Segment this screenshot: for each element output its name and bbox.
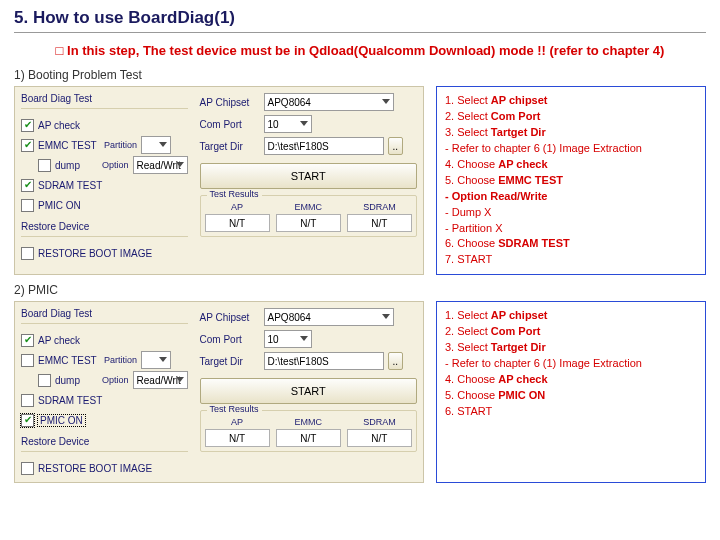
res-sdram-head: SDRAM [347,202,412,212]
dump-checkbox-2[interactable] [38,374,51,387]
emmc-label: EMMC TEST [38,140,100,151]
res-ap-head-2: AP [205,417,270,427]
pmic-label: PMIC ON [38,200,81,211]
results-title-2: Test Results [207,404,262,414]
start-button[interactable]: START [200,163,417,189]
comport-select[interactable]: 10 [264,115,312,133]
option-select-2[interactable]: Read/Writ [133,371,188,389]
ap-chipset-value-2: APQ8064 [268,312,311,323]
partition-select[interactable] [141,136,171,154]
ap-check-checkbox[interactable] [21,119,34,132]
page-title: 5. How to use BoardDiag(1) [14,8,706,33]
comport-label: Com Port [200,119,260,130]
sdram-checkbox-2[interactable] [21,394,34,407]
ap-check-checkbox-2[interactable] [21,334,34,347]
test-results-group: Test Results AP N/T EMMC N/T SDRAM N/T [200,195,417,237]
res-emmc-head: EMMC [276,202,341,212]
ap-chipset-label-2: AP Chipset [200,312,260,323]
target-label-2: Target Dir [200,356,260,367]
restore-label-2: RESTORE BOOT IMAGE [38,463,152,474]
warning-text: □ In this step, The test device must be … [14,43,706,58]
group-board-diag: Board Diag Test [21,93,188,104]
browse-button-2[interactable]: .. [388,352,404,370]
target-input-2[interactable]: D:\test\F180S [264,352,384,370]
res-ap-val: N/T [205,214,270,232]
group-board-diag-2: Board Diag Test [21,308,188,319]
res-emmc-val-2: N/T [276,429,341,447]
instructions-box-2: 1. Select AP chipset 2. Select Com Port … [436,301,706,483]
option-value-2: Read/Writ [137,375,181,386]
section1-heading: 1) Booting Problem Test [14,68,706,82]
partition-label: Partition [104,140,137,150]
browse-button[interactable]: .. [388,137,404,155]
target-input[interactable]: D:\test\F180S [264,137,384,155]
restore-label: RESTORE BOOT IMAGE [38,248,152,259]
comport-label-2: Com Port [200,334,260,345]
section2-heading: 2) PMIC [14,283,706,297]
board-diag-panel-1: Board Diag Test AP check EMMC TEST Parti… [14,86,424,275]
res-emmc-val: N/T [276,214,341,232]
sdram-checkbox[interactable] [21,179,34,192]
comport-select-2[interactable]: 10 [264,330,312,348]
sdram-label-2: SDRAM TEST [38,395,102,406]
partition-select-2[interactable] [141,351,171,369]
res-emmc-head-2: EMMC [276,417,341,427]
res-sdram-val: N/T [347,214,412,232]
pmic-checkbox[interactable] [21,199,34,212]
emmc-checkbox[interactable] [21,139,34,152]
option-select[interactable]: Read/Writ [133,156,188,174]
restore-checkbox[interactable] [21,247,34,260]
target-label: Target Dir [200,141,260,152]
dump-checkbox[interactable] [38,159,51,172]
group-restore: Restore Device [21,221,188,232]
option-label: Option [102,160,129,170]
ap-chipset-value: APQ8064 [268,97,311,108]
res-ap-head: AP [205,202,270,212]
ap-check-label: AP check [38,120,80,131]
dump-label-2: dump [55,375,98,386]
target-value: D:\test\F180S [268,141,329,152]
emmc-checkbox-2[interactable] [21,354,34,367]
dump-label: dump [55,160,98,171]
res-sdram-head-2: SDRAM [347,417,412,427]
start-button-2[interactable]: START [200,378,417,404]
pmic-checkbox-2[interactable] [21,414,34,427]
ap-chipset-select[interactable]: APQ8064 [264,93,394,111]
test-results-group-2: Test Results AP N/T EMMC N/T SDRAM N/T [200,410,417,452]
ap-chipset-label: AP Chipset [200,97,260,108]
comport-value: 10 [268,119,279,130]
board-diag-panel-2: Board Diag Test AP check EMMC TEST Parti… [14,301,424,483]
restore-checkbox-2[interactable] [21,462,34,475]
res-ap-val-2: N/T [205,429,270,447]
sdram-label: SDRAM TEST [38,180,102,191]
ap-check-label-2: AP check [38,335,80,346]
partition-label-2: Partition [104,355,137,365]
instructions-box-1: 1. Select AP chipset 2. Select Com Port … [436,86,706,275]
pmic-label-2: PMIC ON [38,415,85,426]
results-title: Test Results [207,189,262,199]
ap-chipset-select-2[interactable]: APQ8064 [264,308,394,326]
emmc-label-2: EMMC TEST [38,355,100,366]
group-restore-2: Restore Device [21,436,188,447]
comport-value-2: 10 [268,334,279,345]
option-value: Read/Writ [137,160,181,171]
target-value-2: D:\test\F180S [268,356,329,367]
res-sdram-val-2: N/T [347,429,412,447]
option-label-2: Option [102,375,129,385]
